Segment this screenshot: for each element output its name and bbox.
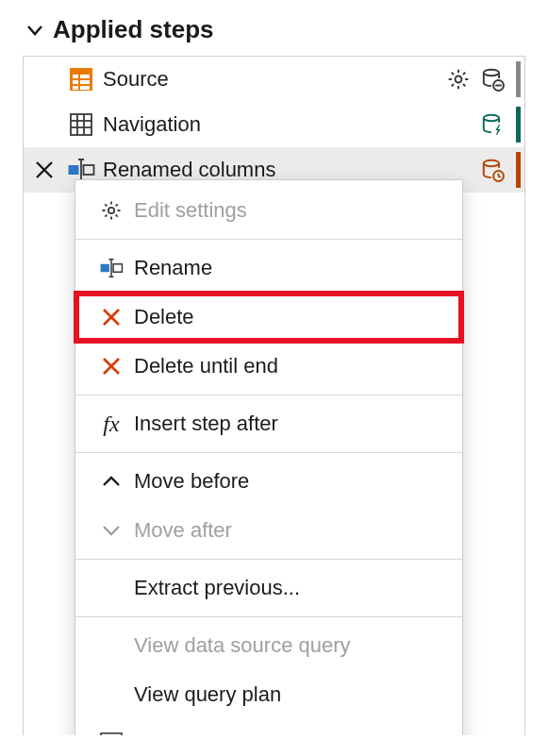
chevron-down-icon xyxy=(26,22,43,39)
status-edge xyxy=(516,61,521,97)
svg-rect-6 xyxy=(80,86,90,90)
ctx-rename[interactable]: Rename xyxy=(75,244,462,293)
gear-icon[interactable] xyxy=(444,65,473,93)
svg-rect-5 xyxy=(73,86,78,90)
database-minus-icon xyxy=(478,65,506,93)
grid-icon xyxy=(65,111,97,138)
ctx-label: Extract previous... xyxy=(130,576,445,600)
ctx-extract-previous[interactable]: Extract previous... xyxy=(75,563,462,613)
steps-list: Source xyxy=(23,56,525,735)
chevron-down-icon xyxy=(92,524,130,537)
ctx-delete[interactable]: Delete xyxy=(75,293,462,342)
ctx-move-after: Move after xyxy=(75,506,462,555)
ctx-move-before[interactable]: Move before xyxy=(75,457,462,506)
ctx-view-query-plan[interactable]: View query plan xyxy=(75,670,462,719)
svg-rect-3 xyxy=(73,80,78,84)
ctx-label: Move after xyxy=(130,518,445,543)
rename-icon xyxy=(92,258,130,278)
chevron-up-icon xyxy=(92,475,130,488)
svg-rect-25 xyxy=(101,264,109,272)
ctx-label: Delete xyxy=(130,305,445,329)
database-clock-icon xyxy=(478,156,506,184)
properties-icon xyxy=(92,731,130,735)
ctx-insert-step-after[interactable]: fx Insert step after xyxy=(75,399,462,448)
svg-point-7 xyxy=(456,76,462,83)
step-label: Navigation xyxy=(97,112,478,137)
separator xyxy=(75,395,462,395)
delete-step-button[interactable] xyxy=(24,160,65,180)
separator xyxy=(75,239,462,240)
ctx-label: View query plan xyxy=(130,682,445,707)
ctx-label: View data source query xyxy=(130,633,445,658)
ctx-properties[interactable]: Properties... xyxy=(75,719,462,735)
fx-icon: fx xyxy=(92,412,130,437)
ctx-label: Rename xyxy=(130,256,445,280)
svg-rect-2 xyxy=(80,75,90,78)
ctx-delete-until-end[interactable]: Delete until end xyxy=(75,342,462,391)
ctx-label: Properties... xyxy=(130,731,445,735)
database-bolt-icon xyxy=(478,110,506,139)
svg-point-22 xyxy=(484,160,499,167)
svg-rect-1 xyxy=(73,75,78,78)
x-red-icon xyxy=(92,356,130,377)
svg-rect-32 xyxy=(101,733,122,735)
gear-icon xyxy=(92,199,130,222)
x-red-icon xyxy=(92,307,130,328)
separator xyxy=(75,616,462,617)
applied-steps-header[interactable]: Applied steps xyxy=(0,8,548,56)
context-menu: Edit settings Rename Delete xyxy=(75,179,463,735)
ctx-edit-settings: Edit settings xyxy=(75,186,462,235)
section-title: Applied steps xyxy=(53,15,213,44)
ctx-label: Edit settings xyxy=(130,198,445,223)
separator xyxy=(75,452,462,453)
svg-rect-20 xyxy=(84,165,94,175)
step-label: Source xyxy=(97,67,444,92)
svg-rect-26 xyxy=(113,264,122,272)
status-edge xyxy=(516,152,521,188)
separator xyxy=(75,559,462,560)
status-edge xyxy=(516,107,521,143)
step-row-navigation[interactable]: Navigation xyxy=(24,102,524,147)
ctx-label: Move before xyxy=(130,469,445,494)
svg-rect-19 xyxy=(69,165,79,175)
step-row-source[interactable]: Source xyxy=(24,57,524,102)
svg-point-24 xyxy=(108,208,114,213)
ctx-label: Delete until end xyxy=(130,354,445,378)
svg-point-8 xyxy=(484,70,499,76)
ctx-label: Insert step after xyxy=(130,412,445,436)
svg-rect-11 xyxy=(71,114,91,135)
svg-point-16 xyxy=(484,115,499,121)
svg-rect-4 xyxy=(80,80,90,84)
table-orange-icon xyxy=(65,66,97,92)
ctx-view-data-source-query: View data source query xyxy=(75,621,462,670)
